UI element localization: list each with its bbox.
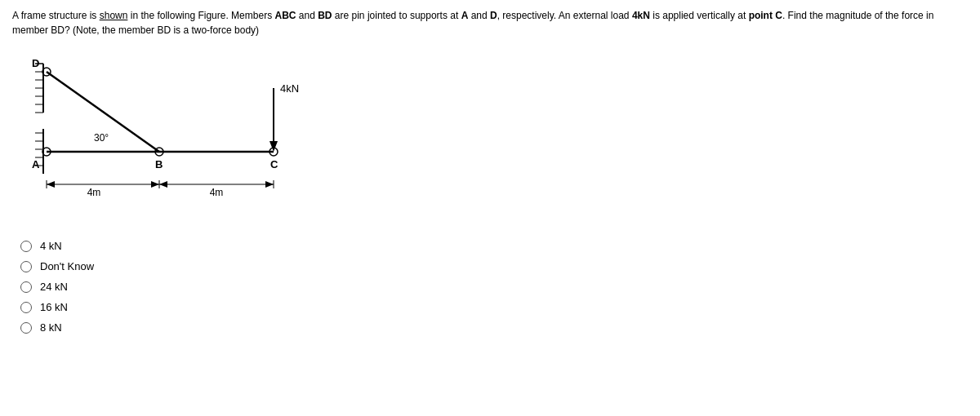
svg-marker-29	[159, 181, 167, 188]
options-list: 4 kNDon't Know24 kN16 kN8 kN	[20, 240, 968, 334]
dim1-label: 4m	[87, 187, 101, 198]
point-B-label: B	[155, 158, 163, 170]
radio-opt3[interactable]	[20, 281, 32, 293]
figure-container: 4kN 30° D A B C 4m 4m	[29, 47, 306, 227]
radio-opt2[interactable]	[20, 261, 32, 272]
svg-marker-26	[151, 181, 159, 188]
angle-label: 30°	[94, 132, 109, 144]
option-label-opt2: Don't Know	[40, 260, 94, 272]
option-label-opt1: 4 kN	[40, 240, 62, 252]
option-item-opt5[interactable]: 8 kN	[20, 321, 968, 334]
svg-marker-30	[265, 181, 274, 188]
question-text: A frame structure is shown in the follow…	[12, 8, 960, 38]
point-A-label: A	[32, 158, 40, 170]
option-label-opt5: 8 kN	[40, 321, 62, 334]
option-item-opt1[interactable]: 4 kN	[20, 240, 968, 252]
radio-opt1[interactable]	[20, 241, 32, 252]
option-label-opt3: 24 kN	[40, 281, 68, 293]
dim2-label: 4m	[210, 187, 224, 198]
point-C-label: C	[270, 158, 278, 170]
option-item-opt4[interactable]: 16 kN	[20, 301, 968, 313]
svg-marker-21	[270, 141, 278, 152]
load-label: 4kN	[280, 82, 299, 95]
radio-opt5[interactable]	[20, 322, 32, 334]
svg-marker-25	[47, 181, 55, 188]
option-item-opt2[interactable]: Don't Know	[20, 260, 968, 272]
option-item-opt3[interactable]: 24 kN	[20, 281, 968, 293]
option-label-opt4: 16 kN	[40, 301, 68, 313]
radio-opt4[interactable]	[20, 302, 32, 313]
figure-svg: 4kN 30° D A B C 4m 4m	[29, 47, 306, 227]
point-D-label: D	[32, 57, 39, 69]
